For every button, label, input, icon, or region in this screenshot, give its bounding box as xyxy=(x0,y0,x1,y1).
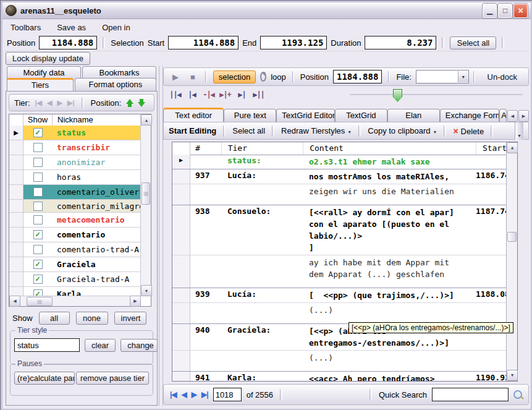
tier-checkbox[interactable] xyxy=(33,158,43,167)
tier-checkbox[interactable]: ✓ xyxy=(33,128,43,137)
chevron-down-icon[interactable]: ▼ xyxy=(458,71,468,82)
translation-row[interactable]: zeigen wir uns die Materialien xyxy=(172,184,507,205)
skip-to-start-icon[interactable]: ||◀ xyxy=(167,90,184,99)
minimize-button[interactable]: ▁ xyxy=(483,4,497,18)
tier-move-down-button[interactable] xyxy=(138,98,145,107)
change-button[interactable]: change xyxy=(120,339,158,352)
page-last-icon[interactable]: ▶| xyxy=(201,390,208,399)
tier-table-vertical-scrollbar[interactable]: ▲ |||| ▼ xyxy=(140,114,151,296)
tab-partial[interactable]: A xyxy=(499,109,507,122)
entry-row[interactable]: 938 Consuelo: [<<rall> ay dormÍ con el a… xyxy=(172,205,507,255)
tier-checkbox[interactable] xyxy=(33,202,43,211)
page-next-icon[interactable]: ▶ xyxy=(192,390,196,399)
tier-row[interactable]: ✓ Graciela xyxy=(9,257,141,272)
tab-textgrid[interactable]: TextGrid xyxy=(335,109,387,122)
tier-next-button[interactable]: ▶ xyxy=(57,99,62,107)
skip-to-end-icon[interactable]: ▶|| xyxy=(250,90,267,99)
tier-row[interactable]: comentario-trad-A xyxy=(9,242,141,257)
tab-pure-text[interactable]: Pure text xyxy=(224,109,276,122)
tier-row[interactable]: ▶ ✓ status xyxy=(9,126,141,140)
file-combobox[interactable]: ▼ xyxy=(416,70,469,83)
page-prev-icon[interactable]: ◀ xyxy=(182,390,187,399)
select-all-rows-button[interactable]: Select all xyxy=(232,126,265,135)
tier-table-horizontal-scrollbar[interactable]: ◀ |||| ▶ xyxy=(9,296,141,306)
transcription-vertical-scrollbar[interactable]: ▲ ▼ xyxy=(506,142,517,381)
tier-row[interactable]: comentario_oliver xyxy=(9,185,141,200)
page-first-icon[interactable]: |◀ xyxy=(170,390,177,399)
menu-item-save-as[interactable]: Save as xyxy=(57,23,86,32)
scroll-down-icon[interactable]: ▼ xyxy=(141,285,152,296)
translation-row[interactable]: (...) xyxy=(172,351,507,372)
scroll-left-icon[interactable]: ◀ xyxy=(9,296,20,307)
selection-toggle-button[interactable]: selection xyxy=(213,70,256,83)
selection-start-icon[interactable]: -|◀ xyxy=(200,90,217,99)
tier-checkbox[interactable]: ✓ xyxy=(33,260,43,269)
tier-last-button[interactable]: ▶| xyxy=(67,99,75,107)
tier-move-up-button[interactable] xyxy=(126,98,133,107)
tier-checkbox[interactable] xyxy=(33,173,43,182)
scroll-up-icon[interactable]: ▲ xyxy=(507,142,518,153)
translation-row[interactable]: ay ich habe mit dem Appar mit dem Appara… xyxy=(172,255,507,288)
close-button[interactable]: × xyxy=(513,4,528,18)
show-all-button[interactable]: all xyxy=(39,312,70,325)
tab-format-options[interactable]: Format options xyxy=(75,78,156,92)
next-interval-icon[interactable]: ▶| xyxy=(234,90,250,99)
undock-button[interactable]: Un-dock xyxy=(481,71,523,83)
translation-row[interactable]: (...) xyxy=(172,303,507,324)
tier-row[interactable]: transcribir xyxy=(9,140,141,155)
scroll-up-icon[interactable]: ▲ xyxy=(141,114,152,126)
scrollbar-thumb[interactable] xyxy=(507,232,517,242)
selection-start-field[interactable]: 1184.888 xyxy=(168,36,239,49)
tier-row[interactable]: comentario_milagros xyxy=(9,200,141,213)
tier-checkbox[interactable]: ✓ xyxy=(33,230,43,239)
tab-elan[interactable]: Elan xyxy=(387,109,440,122)
loop-icon[interactable] xyxy=(260,72,266,82)
remove-pause-tier-button[interactable]: remove pause tier xyxy=(76,372,149,385)
tier-checkbox[interactable] xyxy=(33,143,43,152)
previous-interval-icon[interactable]: |◀ xyxy=(184,90,200,99)
tier-style-input[interactable] xyxy=(14,338,80,352)
tier-checkbox[interactable] xyxy=(33,187,43,197)
loop-label[interactable]: loop xyxy=(271,72,286,82)
selection-end-icon[interactable]: ▶|+ xyxy=(217,90,234,99)
select-all-button[interactable]: Select all xyxy=(450,36,496,49)
position-field[interactable]: 1184.888 xyxy=(39,36,97,49)
tab-text-editor[interactable]: Text editor xyxy=(163,108,224,122)
tier-prev-button[interactable]: ◀ xyxy=(47,99,52,107)
show-invert-button[interactable]: invert xyxy=(114,312,146,325)
play-icon[interactable]: ▶ xyxy=(169,72,182,82)
tier-row[interactable]: ✓ comentario xyxy=(9,228,141,242)
redraw-tierstyles-button[interactable]: Redraw Tierstyles▼ xyxy=(281,126,352,135)
chevron-down-icon[interactable]: ▼ xyxy=(347,130,352,134)
slider-thumb[interactable] xyxy=(393,89,402,102)
tier-row[interactable]: metacomentario xyxy=(9,213,141,228)
tab-scroll-left-icon[interactable]: ◀ xyxy=(507,110,518,122)
chevron-down-icon[interactable]: ▼ xyxy=(433,130,437,134)
copy-to-clipboard-button[interactable]: Copy to clipboard▼ xyxy=(368,126,437,135)
tab-exchange-format[interactable]: Exchange Format xyxy=(440,109,499,122)
recalculate-pauses-button[interactable]: (re)calculate paus xyxy=(14,372,75,385)
clear-button[interactable]: clear xyxy=(85,339,116,352)
tier-row[interactable]: ✓ Graciela-trad-A xyxy=(9,272,141,287)
delete-button[interactable]: ×Delete xyxy=(453,126,484,136)
start-editing-button[interactable]: Start Editing xyxy=(169,126,216,135)
tier-checkbox[interactable]: ✓ xyxy=(33,275,43,284)
quick-search-input[interactable] xyxy=(432,388,509,401)
tier-row[interactable]: ✓ Karla xyxy=(9,287,141,296)
scrollbar-thumb[interactable]: |||| xyxy=(141,182,150,205)
entry-row[interactable]: 939 Lucía: [ <<pp> (que trajimos,/...)>]… xyxy=(172,288,507,303)
scrollbar-thumb[interactable]: |||| xyxy=(27,297,53,306)
tier-first-button[interactable]: |◀ xyxy=(35,99,43,107)
lock-display-update-button[interactable]: Lock display update xyxy=(6,52,90,65)
search-icon[interactable] xyxy=(513,390,522,399)
menu-item-open-in[interactable]: Open in xyxy=(102,23,130,32)
entry-row[interactable]: 937 Lucía: nos mostrAmos los mateRIAles,… xyxy=(172,169,507,184)
scroll-down-icon[interactable]: ▼ xyxy=(507,370,518,381)
menu-item-toolbars[interactable]: Toolbars xyxy=(11,23,41,32)
selection-end-field[interactable]: 1193.125 xyxy=(260,36,327,49)
tab-textgrid-editor[interactable]: TextGrid Editor xyxy=(276,109,335,122)
maximize-button[interactable]: □ xyxy=(498,4,512,18)
tab-scroll-right-icon[interactable]: ▶ xyxy=(518,110,529,122)
tier-row[interactable]: anonimizar xyxy=(9,155,141,170)
player-position-field[interactable]: 1184.888 xyxy=(333,70,382,83)
